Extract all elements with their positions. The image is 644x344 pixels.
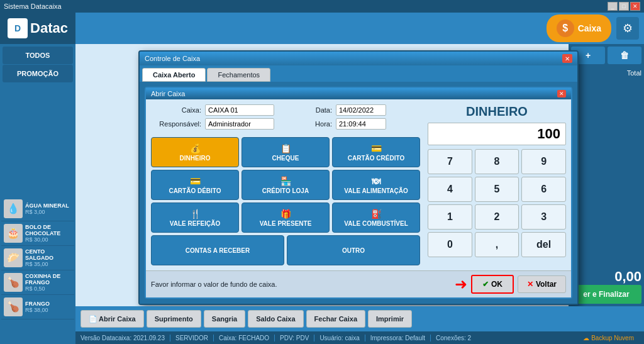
- close-btn[interactable]: ✕: [630, 2, 640, 11]
- confirm-finalize-button[interactable]: er e Finalizar: [571, 285, 641, 304]
- app-content: D Datac TODOS PROMOÇÃO 💧 ÁGUA MINERAL R$…: [0, 13, 644, 344]
- tab-fechamentos[interactable]: Fechamentos: [207, 68, 270, 82]
- backup-icon: ☁: [583, 335, 589, 341]
- vale-alimentacao-icon: 🍽: [372, 176, 380, 186]
- data-input[interactable]: [336, 104, 386, 116]
- caixa-input[interactable]: [205, 104, 274, 116]
- abrir-right: DINHEIRO 100 7 8 9 4 5 6: [428, 104, 566, 265]
- title-bar-controls: _ □ ✕: [608, 2, 640, 11]
- num-btn-0[interactable]: 0: [428, 232, 472, 257]
- product-icon-frango: 🍗: [4, 297, 23, 316]
- total-label: Total: [571, 69, 641, 77]
- numpad-display: 100: [428, 123, 566, 145]
- server-text: SERVIDOR: [175, 335, 208, 341]
- caixa-button[interactable]: $ Caixa: [547, 14, 611, 42]
- num-btn-4[interactable]: 4: [428, 177, 472, 202]
- form-row-hora: Hora:: [282, 118, 386, 130]
- payment-btn-vale-refeicao[interactable]: 🍴 VALE REFEIÇÃO: [151, 203, 239, 233]
- payment-btn-dinheiro[interactable]: 💰 DINHEIRO: [151, 137, 239, 167]
- voltar-x-icon: ✕: [527, 280, 533, 289]
- payment-btn-cartao-debito[interactable]: 💳 CARTÃO DÉBITO: [151, 170, 239, 200]
- status-conexoes: Conexões: 2: [436, 335, 476, 341]
- right-panel-actions: + 🗑: [571, 47, 641, 64]
- product-icon-coxinha: 🍗: [4, 273, 23, 292]
- num-btn-comma[interactable]: ,: [475, 232, 519, 257]
- main-area: $ Caixa ⚙ Controle de Caixa: [75, 13, 644, 344]
- payment-btn-contas-receber[interactable]: CONTAS A RECEBER: [151, 235, 284, 265]
- num-btn-2[interactable]: 2: [475, 204, 519, 230]
- list-item[interactable]: 💧 ÁGUA MINERAL R$ 3,00: [1, 197, 74, 221]
- suprimento-button[interactable]: Suprimento: [147, 310, 201, 328]
- controle-tabs: Caixa Aberto Fechamentos: [140, 65, 577, 82]
- delete-item-button[interactable]: 🗑: [608, 47, 641, 64]
- tab-caixa-aberto[interactable]: Caixa Aberto: [142, 68, 206, 82]
- list-item[interactable]: 🍗 COXINHA DE FRANGO R$ 0,50: [1, 270, 74, 295]
- form-row-responsavel: Responsável:: [151, 118, 274, 130]
- settings-button[interactable]: ⚙: [616, 17, 639, 40]
- responsavel-input[interactable]: [205, 118, 274, 130]
- responsavel-label: Responsável:: [151, 120, 201, 128]
- product-price: R$ 38,00: [25, 307, 72, 313]
- sidebar-item-promocao[interactable]: PROMOÇÃO: [3, 65, 73, 82]
- product-icon-bolo: 🎂: [4, 224, 23, 243]
- arrow-icon: ➜: [455, 275, 467, 293]
- active-payment-label: DINHEIRO: [466, 104, 528, 119]
- abrir-close-btn[interactable]: ✕: [557, 90, 566, 97]
- vale-refeicao-label: VALE REFEIÇÃO: [170, 220, 220, 227]
- num-btn-9[interactable]: 9: [521, 149, 566, 174]
- payment-btn-outro[interactable]: OUTRO: [287, 235, 420, 265]
- list-item[interactable]: 🎂 BOLO DE CHOCOLATE R$ 30,00: [1, 221, 74, 246]
- status-usuario: Usuário: caixa: [319, 335, 365, 341]
- product-name: FRANGO: [25, 301, 72, 307]
- payment-btn-cheque[interactable]: 📋 CHEQUE: [242, 137, 330, 167]
- cheque-label: CHEQUE: [272, 155, 299, 162]
- imprimir-button[interactable]: Imprimir: [368, 310, 412, 328]
- title-bar: Sistema Datacaixa _ □ ✕: [0, 0, 644, 13]
- num-btn-6[interactable]: 6: [521, 177, 566, 202]
- payment-btn-credito-loja[interactable]: 🏪 CRÉDITO LOJA: [242, 170, 330, 200]
- maximize-btn[interactable]: □: [619, 2, 629, 11]
- total-value: 0,00: [571, 269, 641, 285]
- product-price: R$ 30,00: [25, 236, 72, 243]
- abrir-left: Caixa: Responsável:: [151, 104, 420, 265]
- title-bar-left: Sistema Datacaixa: [4, 3, 62, 10]
- minimize-btn[interactable]: _: [608, 2, 618, 11]
- product-name: ÁGUA MINERAL: [25, 203, 72, 209]
- hora-input[interactable]: [336, 118, 386, 130]
- status-impressora: Impressora: Default: [370, 335, 431, 341]
- controle-body: Abrir Caixa ✕: [140, 82, 577, 304]
- abrir-caixa-button[interactable]: 📄 Abrir Caixa: [80, 310, 144, 328]
- saldo-caixa-button[interactable]: Saldo Caixa: [248, 310, 303, 328]
- controle-close-btn[interactable]: ✕: [562, 54, 572, 63]
- form-left: Caixa: Responsável:: [151, 104, 274, 132]
- num-btn-5[interactable]: 5: [475, 177, 519, 202]
- product-list: 💧 ÁGUA MINERAL R$ 3,00 🎂 BOLO DE CHOCOLA…: [0, 196, 75, 345]
- num-btn-8[interactable]: 8: [475, 149, 519, 174]
- product-info-frango: FRANGO R$ 38,00: [25, 301, 72, 313]
- list-item[interactable]: 🥟 CENTO SALGADO R$ 35,00: [1, 246, 74, 270]
- product-name: COXINHA DE FRANGO: [25, 273, 72, 286]
- form-right: Data: Hora:: [282, 104, 386, 132]
- voltar-button[interactable]: ✕ Voltar: [518, 275, 566, 293]
- status-bar: Versão Datacaixa: 2021.09.23 SERVIDOR Ca…: [75, 331, 644, 344]
- abrir-caixa-modal: Abrir Caixa ✕: [145, 87, 572, 299]
- ok-button[interactable]: ✔ OK: [471, 275, 514, 294]
- payment-btn-vale-alimentacao[interactable]: 🍽 VALE ALIMENTAÇÃO: [332, 170, 420, 200]
- num-btn-7[interactable]: 7: [428, 149, 472, 174]
- abrir-title: Abrir Caixa: [151, 90, 185, 97]
- saldo-caixa-label: Saldo Caixa: [256, 315, 295, 323]
- num-btn-3[interactable]: 3: [521, 204, 566, 230]
- fechar-caixa-button[interactable]: Fechar Caixa: [306, 310, 365, 328]
- sidebar-logo: D Datac: [0, 13, 75, 44]
- payment-btn-vale-presente[interactable]: 🎁 VALE PRESENTE: [242, 203, 330, 233]
- payment-btn-vale-combustivel[interactable]: ⛽ VALE COMBUSTÍVEL: [332, 203, 420, 233]
- caixa-label: Caixa:: [151, 106, 201, 114]
- sidebar-item-todos[interactable]: TODOS: [3, 47, 73, 64]
- payment-btn-cartao-credito[interactable]: 💳 CARTÃO CRÉDITO: [332, 137, 420, 167]
- sangria-button[interactable]: Sangria: [204, 310, 245, 328]
- cartao-credito-label: CARTÃO CRÉDITO: [348, 155, 404, 162]
- num-btn-1[interactable]: 1: [428, 204, 472, 230]
- pdv-text: PDV: PDV: [280, 335, 309, 341]
- num-btn-del[interactable]: del: [521, 232, 566, 257]
- list-item[interactable]: 🍗 FRANGO R$ 38,00: [1, 295, 74, 319]
